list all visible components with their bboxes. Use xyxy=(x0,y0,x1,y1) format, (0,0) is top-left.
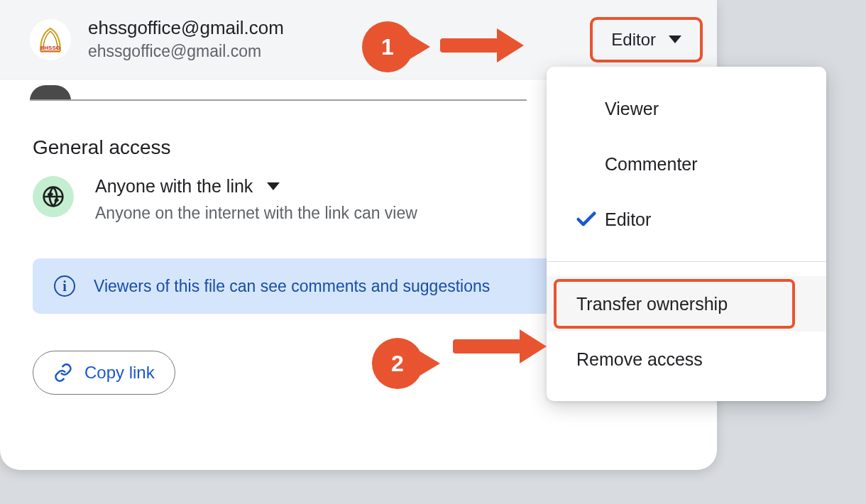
link-icon xyxy=(53,363,73,383)
globe-icon xyxy=(42,185,65,208)
general-access-selector[interactable]: Anyone with the link xyxy=(95,176,417,197)
caret-down-icon xyxy=(267,182,280,190)
copy-link-button[interactable]: Copy link xyxy=(33,351,175,395)
user-avatar: EHSSG xyxy=(30,19,71,60)
menu-item-remove-access[interactable]: Remove access xyxy=(547,332,826,387)
svg-rect-1 xyxy=(40,50,60,53)
menu-item-viewer[interactable]: Viewer xyxy=(547,81,826,136)
svg-text:EHSSG: EHSSG xyxy=(40,45,60,51)
role-dropdown-button[interactable]: Editor xyxy=(590,17,703,62)
globe-icon-wrap xyxy=(33,176,74,217)
info-icon: i xyxy=(54,275,75,297)
general-access-description: Anyone on the internet with the link can… xyxy=(95,204,417,223)
general-access-label: Anyone with the link xyxy=(95,176,253,197)
avatar-peek xyxy=(30,85,71,101)
caret-down-icon xyxy=(669,35,681,43)
check-icon xyxy=(572,207,601,231)
callout-tail-2 xyxy=(419,351,440,376)
info-text: Viewers of this file can see comments an… xyxy=(94,277,490,296)
divider xyxy=(30,99,527,101)
callout-tail-1 xyxy=(409,34,430,60)
menu-item-transfer-ownership[interactable]: Transfer ownership xyxy=(547,276,826,332)
copy-link-label: Copy link xyxy=(84,363,155,383)
menu-item-commenter[interactable]: Commenter xyxy=(547,136,826,192)
callout-badge-1: 1 xyxy=(362,21,413,72)
role-dropdown-menu: Viewer Commenter Editor Transfer ownersh… xyxy=(547,67,826,401)
menu-item-editor[interactable]: Editor xyxy=(547,192,826,247)
role-label: Editor xyxy=(611,30,656,50)
callout-badge-2: 2 xyxy=(372,338,423,389)
menu-divider xyxy=(547,261,826,262)
